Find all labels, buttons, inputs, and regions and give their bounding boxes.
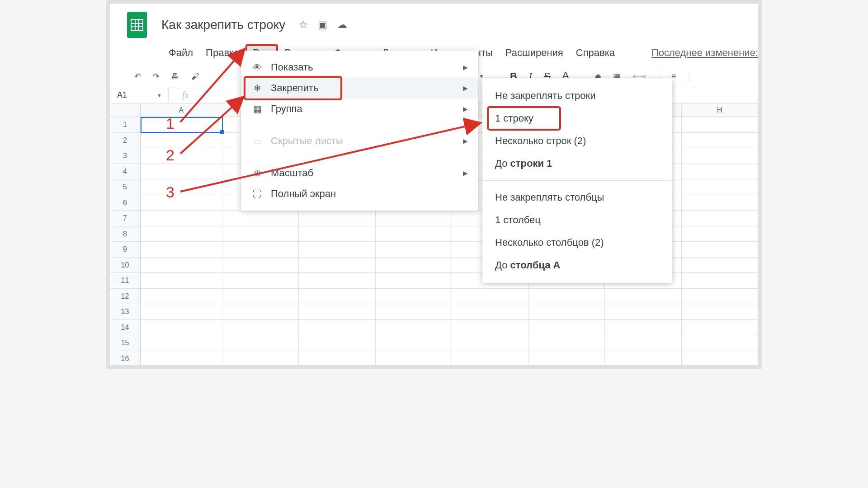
cell[interactable]: [141, 304, 222, 319]
cell[interactable]: [682, 179, 758, 195]
cell[interactable]: [141, 179, 222, 195]
row-header[interactable]: 8: [110, 226, 141, 242]
row-header[interactable]: 9: [110, 242, 141, 258]
row-header[interactable]: 4: [110, 164, 141, 180]
cell[interactable]: [528, 320, 605, 335]
freeze-submenu-item[interactable]: До столбца A: [482, 254, 672, 277]
row-header[interactable]: 11: [110, 273, 141, 289]
cell[interactable]: [452, 289, 528, 304]
cell[interactable]: [141, 195, 222, 211]
cell[interactable]: [141, 242, 222, 257]
cell[interactable]: [682, 148, 758, 164]
cell[interactable]: [682, 133, 758, 148]
cell[interactable]: [528, 289, 605, 304]
col-header[interactable]: H: [682, 103, 758, 117]
row-header[interactable]: 15: [110, 335, 141, 351]
cell[interactable]: [376, 289, 452, 304]
cell[interactable]: [376, 273, 452, 288]
cell[interactable]: [299, 211, 375, 226]
row-header[interactable]: 13: [110, 304, 141, 320]
cell[interactable]: [605, 289, 681, 304]
col-header[interactable]: A: [141, 103, 222, 117]
cell[interactable]: [222, 242, 299, 257]
cell[interactable]: [141, 351, 222, 366]
star-icon[interactable]: ☆: [299, 19, 308, 31]
cell[interactable]: [222, 351, 299, 366]
cell[interactable]: [299, 351, 375, 366]
cell[interactable]: [299, 304, 375, 319]
move-icon[interactable]: ▣: [318, 19, 327, 31]
row-header[interactable]: 6: [110, 195, 141, 211]
doc-title[interactable]: Как закрепить строку: [161, 18, 285, 32]
freeze-submenu-item[interactable]: До строки 1: [482, 152, 672, 175]
h-align-icon[interactable]: ≡: [672, 72, 677, 81]
cell[interactable]: [528, 304, 605, 319]
cell[interactable]: [682, 211, 758, 226]
cell[interactable]: [222, 289, 299, 304]
cell[interactable]: [299, 226, 375, 242]
print-icon[interactable]: 🖶: [171, 72, 179, 81]
cell[interactable]: [376, 226, 452, 242]
row-header[interactable]: 2: [110, 133, 141, 149]
cell[interactable]: [682, 304, 758, 319]
cell[interactable]: [682, 117, 758, 132]
selected-cell-A1[interactable]: [141, 117, 223, 133]
cell[interactable]: [141, 320, 222, 335]
cell[interactable]: [376, 335, 452, 351]
cell[interactable]: [141, 164, 222, 179]
cell[interactable]: [376, 211, 452, 226]
cell[interactable]: [452, 304, 528, 319]
freeze-submenu-item[interactable]: Несколько строк (2): [482, 130, 672, 152]
cell[interactable]: [376, 242, 452, 257]
cell[interactable]: [299, 320, 375, 335]
cell[interactable]: [376, 320, 452, 335]
paint-format-icon[interactable]: 🖌: [191, 72, 199, 81]
name-box-dropdown-icon[interactable]: ▼: [157, 93, 162, 98]
cell[interactable]: [605, 335, 681, 351]
cell[interactable]: [452, 335, 528, 351]
freeze-submenu-item[interactable]: Не закреплять строки: [482, 84, 672, 107]
row-header[interactable]: 10: [110, 258, 141, 273]
row-header[interactable]: 16: [110, 351, 141, 367]
cell[interactable]: [452, 351, 528, 366]
cell[interactable]: [682, 273, 758, 288]
cell[interactable]: [141, 289, 222, 304]
cell[interactable]: [222, 335, 299, 351]
last-edit-link[interactable]: Последнее изменение:: [651, 47, 758, 59]
cell[interactable]: [682, 351, 758, 366]
redo-icon[interactable]: ↷: [153, 71, 160, 81]
menu-edit[interactable]: Правка: [199, 45, 245, 61]
cell[interactable]: [452, 320, 528, 335]
cell[interactable]: [682, 195, 758, 211]
cell[interactable]: [682, 164, 758, 179]
cell[interactable]: [222, 211, 299, 226]
cloud-icon[interactable]: ☁: [337, 19, 347, 31]
menu-extensions[interactable]: Расширения: [499, 45, 570, 61]
menu-file[interactable]: Файл: [162, 45, 199, 61]
cell[interactable]: [376, 304, 452, 319]
cell[interactable]: [141, 335, 222, 351]
row-header[interactable]: 3: [110, 148, 141, 164]
name-box[interactable]: A1 ▼: [110, 87, 169, 103]
cell[interactable]: [682, 289, 758, 304]
cell[interactable]: [141, 133, 222, 148]
view-menu-item[interactable]: 👁Показать▶: [241, 57, 478, 78]
freeze-submenu-item[interactable]: Не закреплять столбцы: [482, 186, 672, 209]
cell[interactable]: [605, 320, 681, 335]
row-header[interactable]: 12: [110, 289, 141, 305]
cell[interactable]: [682, 335, 758, 351]
freeze-submenu-item[interactable]: 1 столбец: [482, 209, 672, 231]
cell[interactable]: [605, 304, 681, 319]
cell[interactable]: [141, 226, 222, 242]
cell[interactable]: [682, 226, 758, 242]
cell[interactable]: [222, 226, 299, 242]
view-menu-item[interactable]: ⛶Полный экран: [241, 183, 478, 204]
freeze-submenu-item[interactable]: Несколько столбцов (2): [482, 231, 672, 254]
view-menu-item[interactable]: ❄Закрепить▶: [241, 78, 478, 99]
cell[interactable]: [682, 242, 758, 257]
cell[interactable]: [299, 273, 375, 288]
cell[interactable]: [222, 258, 299, 273]
cell[interactable]: [141, 273, 222, 288]
freeze-submenu-item[interactable]: 1 строку: [482, 107, 672, 130]
cell[interactable]: [299, 289, 375, 304]
